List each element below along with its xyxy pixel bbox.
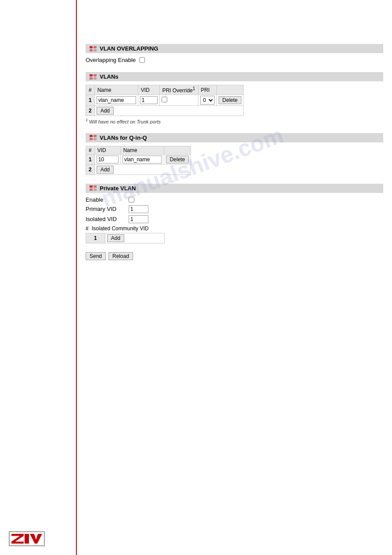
vlans-col-pri: PRI — [198, 85, 216, 95]
qinq-col-num: # — [86, 146, 95, 154]
isolated-vid-row: Isolated VID — [86, 215, 383, 223]
vlans-qinq-header: VLANs for Q-in-Q — [86, 133, 383, 142]
svg-rect-8 — [90, 135, 93, 137]
vlans-qinq-table: # VID Name 1 — [86, 146, 191, 175]
overlapping-enable-label: Overlapping Enable — [86, 57, 136, 63]
bottom-buttons: Send Reload — [86, 252, 383, 260]
community-header-label: Isolated Community VID — [92, 225, 148, 232]
overlapping-enable-row: Overlapping Enable — [86, 57, 383, 63]
ziv-i-letter — [25, 534, 29, 544]
svg-rect-14 — [90, 189, 93, 191]
vlans-add-cell: Add — [94, 106, 244, 116]
vlan-overlapping-section: VLAN OVERLAPPING Overlapping Enable — [86, 44, 383, 63]
qinq-row1-vid-cell — [94, 154, 120, 164]
vlans-col-action — [216, 85, 244, 95]
vlans-row1-pri-cell: 0 1 2 3 4 5 6 7 — [198, 95, 216, 106]
qinq-row1-num: 1 — [86, 154, 95, 164]
svg-rect-3 — [94, 49, 97, 51]
qinq-add-row-num: 2 — [86, 164, 95, 174]
vlans-row1-name-input[interactable] — [97, 96, 136, 104]
content-area: VLAN OVERLAPPING Overlapping Enable VLA — [77, 0, 392, 555]
svg-rect-12 — [90, 185, 93, 188]
send-button[interactable]: Send — [86, 252, 106, 260]
vlans-add-row: 2 Add — [86, 106, 244, 116]
vlans-table: # Name VID PRI Override1 PRI 1 — [86, 85, 244, 116]
qinq-add-button[interactable]: Add — [97, 166, 114, 174]
community-add-button[interactable]: Add — [107, 234, 124, 242]
qinq-col-vid: VID — [94, 146, 120, 154]
qinq-col-action — [164, 146, 191, 154]
svg-rect-1 — [94, 46, 97, 48]
vlans-footnote-num: 1 — [86, 118, 88, 122]
qinq-row1-delete-button[interactable]: Delete — [166, 156, 189, 163]
private-vlan-title: Private VLAN — [100, 185, 136, 192]
ziv-z-letter — [11, 534, 24, 544]
vlans-footnote-text: Will have no effect on Trunk ports — [89, 119, 161, 124]
vlans-row1-pri-override-cell — [159, 95, 198, 106]
qinq-add-cell: Add — [94, 164, 191, 174]
community-table: 1 Add — [86, 233, 165, 243]
vlans-row1-vid-cell — [138, 95, 159, 106]
vlan-overlapping-title: VLAN OVERLAPPING — [100, 45, 158, 52]
svg-rect-11 — [94, 138, 97, 140]
vlans-qinq-title: VLANs for Q-in-Q — [100, 134, 147, 141]
isolated-vid-label: Isolated VID — [86, 216, 125, 222]
qinq-row-1: 1 Delete — [86, 154, 191, 164]
vlans-qinq-section: VLANs for Q-in-Q # VID Name 1 — [86, 133, 383, 175]
vlans-row1-delete-cell: Delete — [216, 95, 244, 106]
footer-logo — [9, 531, 45, 546]
vlans-header: VLANs — [86, 72, 383, 81]
vlans-qinq-icon — [89, 134, 97, 141]
isolated-vid-input[interactable] — [129, 215, 148, 223]
community-header: # Isolated Community VID — [86, 225, 383, 232]
svg-rect-15 — [94, 189, 97, 191]
primary-vid-input[interactable] — [129, 205, 148, 213]
vlans-icon — [89, 74, 97, 80]
vlans-add-button[interactable]: Add — [97, 107, 114, 115]
vlans-col-num: # — [86, 85, 95, 95]
community-add-row: 1 Add — [86, 233, 165, 243]
overlapping-enable-checkbox[interactable] — [139, 57, 145, 63]
private-vlan-enable-label: Enable — [86, 196, 125, 203]
svg-rect-6 — [90, 77, 93, 80]
vlans-section: VLANs # Name VID PRI Override1 PRI 1 — [86, 72, 383, 124]
private-vlan-enable-row: Enable — [86, 196, 383, 203]
vlans-row1-pri-select[interactable]: 0 1 2 3 4 5 6 7 — [200, 96, 215, 105]
community-header-num: # — [86, 225, 89, 232]
vlans-row1-delete-button[interactable]: Delete — [219, 96, 242, 104]
page-wrapper: VLAN OVERLAPPING Overlapping Enable VLA — [0, 0, 392, 555]
vlans-row1-vid-input[interactable] — [140, 96, 158, 104]
qinq-row1-name-cell — [120, 154, 164, 164]
vlans-row1-name-cell — [94, 95, 138, 106]
private-vlan-enable-checkbox[interactable] — [129, 197, 134, 203]
reload-button[interactable]: Reload — [108, 252, 133, 260]
vlans-add-row-num: 2 — [86, 106, 95, 116]
svg-rect-2 — [90, 49, 93, 51]
qinq-row1-vid-input[interactable] — [97, 156, 119, 163]
qinq-row1-name-input[interactable] — [122, 156, 162, 163]
qinq-add-row: 2 Add — [86, 164, 191, 174]
svg-rect-5 — [94, 74, 97, 76]
vlans-col-pri-override: PRI Override1 — [159, 85, 198, 95]
private-vlan-header: Private VLAN — [86, 184, 383, 193]
qinq-col-name: Name — [120, 146, 164, 154]
vlans-col-vid: VID — [138, 85, 159, 95]
svg-rect-9 — [94, 135, 97, 137]
vlans-col-name: Name — [94, 85, 138, 95]
vlans-row1-num: 1 — [86, 95, 95, 106]
ziv-logo-border — [9, 531, 45, 546]
community-add-row-num: 1 — [86, 233, 105, 243]
svg-rect-10 — [90, 138, 93, 140]
vlan-overlapping-header: VLAN OVERLAPPING — [86, 44, 383, 53]
left-sidebar — [0, 0, 77, 555]
qinq-row1-delete-cell: Delete — [164, 154, 191, 164]
svg-rect-13 — [94, 185, 97, 188]
private-vlan-section: Private VLAN Enable Primary VID Isolated… — [86, 184, 383, 243]
primary-vid-row: Primary VID — [86, 205, 383, 213]
vlans-title: VLANs — [100, 73, 119, 80]
svg-rect-7 — [94, 77, 97, 80]
vlan-overlapping-icon — [89, 46, 97, 52]
vlans-row-1: 1 0 1 — [86, 95, 244, 106]
vlans-row1-pri-override-checkbox[interactable] — [162, 97, 167, 102]
ziv-logo — [11, 534, 42, 544]
